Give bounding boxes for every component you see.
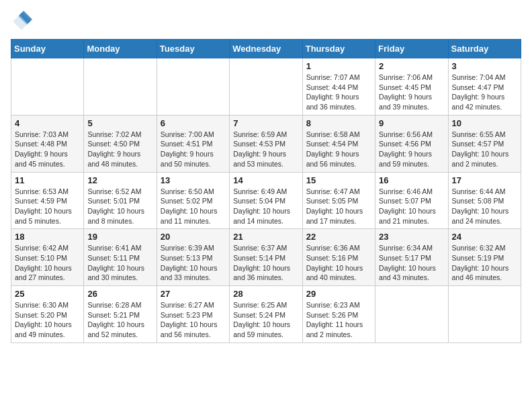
day-number: 4	[15, 118, 80, 128]
day-info: Sunrise: 6:37 AM Sunset: 5:14 PM Dayligh…	[233, 243, 298, 283]
calendar-cell: 22Sunrise: 6:36 AM Sunset: 5:16 PM Dayli…	[302, 229, 375, 286]
day-number: 15	[306, 175, 371, 185]
day-number: 20	[161, 232, 226, 242]
day-number: 14	[233, 175, 298, 185]
weekday-header: Saturday	[448, 40, 521, 58]
day-number: 17	[452, 175, 517, 185]
day-number: 1	[306, 61, 371, 71]
calendar-cell	[11, 58, 84, 116]
day-info: Sunrise: 6:30 AM Sunset: 5:20 PM Dayligh…	[15, 300, 80, 340]
day-info: Sunrise: 6:39 AM Sunset: 5:13 PM Dayligh…	[161, 243, 226, 283]
calendar-cell: 6Sunrise: 7:00 AM Sunset: 4:51 PM Daylig…	[157, 115, 229, 172]
day-info: Sunrise: 7:00 AM Sunset: 4:51 PM Dayligh…	[161, 130, 226, 169]
day-number: 5	[87, 118, 152, 128]
calendar-cell: 24Sunrise: 6:32 AM Sunset: 5:19 PM Dayli…	[448, 229, 521, 286]
calendar-cell	[448, 286, 521, 343]
day-number: 9	[379, 118, 444, 128]
calendar-cell	[157, 58, 229, 116]
calendar-cell: 29Sunrise: 6:23 AM Sunset: 5:26 PM Dayli…	[302, 286, 375, 343]
calendar-cell: 17Sunrise: 6:44 AM Sunset: 5:08 PM Dayli…	[448, 172, 521, 229]
calendar-cell: 23Sunrise: 6:34 AM Sunset: 5:17 PM Dayli…	[375, 229, 448, 286]
day-info: Sunrise: 6:34 AM Sunset: 5:17 PM Dayligh…	[379, 243, 444, 283]
day-number: 26	[87, 289, 152, 299]
day-info: Sunrise: 6:41 AM Sunset: 5:11 PM Dayligh…	[87, 243, 152, 283]
day-info: Sunrise: 6:49 AM Sunset: 5:04 PM Dayligh…	[233, 187, 298, 226]
calendar-cell: 4Sunrise: 7:03 AM Sunset: 4:48 PM Daylig…	[11, 115, 84, 172]
day-info: Sunrise: 6:28 AM Sunset: 5:21 PM Dayligh…	[87, 300, 152, 340]
calendar-cell: 9Sunrise: 6:56 AM Sunset: 4:56 PM Daylig…	[375, 115, 448, 172]
calendar-cell: 7Sunrise: 6:59 AM Sunset: 4:53 PM Daylig…	[230, 115, 302, 172]
day-info: Sunrise: 7:03 AM Sunset: 4:48 PM Dayligh…	[15, 130, 80, 169]
weekday-header: Friday	[375, 40, 448, 58]
day-info: Sunrise: 7:06 AM Sunset: 4:45 PM Dayligh…	[379, 73, 444, 112]
calendar-cell: 14Sunrise: 6:49 AM Sunset: 5:04 PM Dayli…	[230, 172, 302, 229]
day-number: 28	[233, 289, 298, 299]
calendar-table: SundayMondayTuesdayWednesdayThursdayFrid…	[11, 39, 521, 343]
day-number: 21	[233, 232, 298, 242]
calendar-cell: 13Sunrise: 6:50 AM Sunset: 5:02 PM Dayli…	[157, 172, 229, 229]
calendar-cell: 19Sunrise: 6:41 AM Sunset: 5:11 PM Dayli…	[84, 229, 157, 286]
calendar-cell: 10Sunrise: 6:55 AM Sunset: 4:57 PM Dayli…	[448, 115, 521, 172]
calendar-cell: 18Sunrise: 6:42 AM Sunset: 5:10 PM Dayli…	[11, 229, 84, 286]
day-number: 24	[452, 232, 517, 242]
day-number: 23	[379, 232, 444, 242]
day-number: 13	[161, 175, 226, 185]
calendar-cell: 16Sunrise: 6:46 AM Sunset: 5:07 PM Dayli…	[375, 172, 448, 229]
day-info: Sunrise: 6:36 AM Sunset: 5:16 PM Dayligh…	[306, 243, 371, 283]
day-number: 27	[161, 289, 226, 299]
day-info: Sunrise: 6:46 AM Sunset: 5:07 PM Dayligh…	[379, 187, 444, 226]
day-info: Sunrise: 6:50 AM Sunset: 5:02 PM Dayligh…	[161, 187, 226, 226]
day-number: 29	[306, 289, 371, 299]
day-info: Sunrise: 6:52 AM Sunset: 5:01 PM Dayligh…	[87, 187, 152, 226]
day-info: Sunrise: 6:56 AM Sunset: 4:56 PM Dayligh…	[379, 130, 444, 169]
logo	[11, 11, 35, 32]
calendar-cell: 20Sunrise: 6:39 AM Sunset: 5:13 PM Dayli…	[157, 229, 229, 286]
weekday-header: Tuesday	[157, 40, 229, 58]
day-number: 7	[233, 118, 298, 128]
calendar-cell: 25Sunrise: 6:30 AM Sunset: 5:20 PM Dayli…	[11, 286, 84, 343]
day-info: Sunrise: 6:47 AM Sunset: 5:05 PM Dayligh…	[306, 187, 371, 226]
day-number: 18	[15, 232, 80, 242]
page-header	[11, 11, 521, 32]
calendar-cell	[230, 58, 302, 116]
calendar-cell: 2Sunrise: 7:06 AM Sunset: 4:45 PM Daylig…	[375, 58, 448, 116]
weekday-header: Wednesday	[230, 40, 302, 58]
day-info: Sunrise: 6:44 AM Sunset: 5:08 PM Dayligh…	[452, 187, 517, 226]
calendar-cell: 15Sunrise: 6:47 AM Sunset: 5:05 PM Dayli…	[302, 172, 375, 229]
weekday-header: Thursday	[302, 40, 375, 58]
day-info: Sunrise: 7:07 AM Sunset: 4:44 PM Dayligh…	[306, 73, 371, 112]
day-number: 25	[15, 289, 80, 299]
day-info: Sunrise: 6:58 AM Sunset: 4:54 PM Dayligh…	[306, 130, 371, 169]
calendar-cell: 26Sunrise: 6:28 AM Sunset: 5:21 PM Dayli…	[84, 286, 157, 343]
calendar-cell: 5Sunrise: 7:02 AM Sunset: 4:50 PM Daylig…	[84, 115, 157, 172]
weekday-header: Sunday	[11, 40, 84, 58]
calendar-cell: 11Sunrise: 6:53 AM Sunset: 4:59 PM Dayli…	[11, 172, 84, 229]
calendar-cell: 28Sunrise: 6:25 AM Sunset: 5:24 PM Dayli…	[230, 286, 302, 343]
day-number: 6	[161, 118, 226, 128]
weekday-header: Monday	[84, 40, 157, 58]
calendar-week: 1Sunrise: 7:07 AM Sunset: 4:44 PM Daylig…	[11, 58, 521, 116]
day-info: Sunrise: 6:23 AM Sunset: 5:26 PM Dayligh…	[306, 300, 371, 340]
day-info: Sunrise: 6:27 AM Sunset: 5:23 PM Dayligh…	[161, 300, 226, 340]
day-info: Sunrise: 6:53 AM Sunset: 4:59 PM Dayligh…	[15, 187, 80, 226]
calendar-cell: 3Sunrise: 7:04 AM Sunset: 4:47 PM Daylig…	[448, 58, 521, 116]
calendar-week: 4Sunrise: 7:03 AM Sunset: 4:48 PM Daylig…	[11, 115, 521, 172]
calendar-cell: 12Sunrise: 6:52 AM Sunset: 5:01 PM Dayli…	[84, 172, 157, 229]
calendar-body: 1Sunrise: 7:07 AM Sunset: 4:44 PM Daylig…	[11, 58, 521, 343]
calendar-cell: 27Sunrise: 6:27 AM Sunset: 5:23 PM Dayli…	[157, 286, 229, 343]
day-info: Sunrise: 6:32 AM Sunset: 5:19 PM Dayligh…	[452, 243, 517, 283]
calendar-header: SundayMondayTuesdayWednesdayThursdayFrid…	[11, 40, 521, 58]
calendar-cell: 21Sunrise: 6:37 AM Sunset: 5:14 PM Dayli…	[230, 229, 302, 286]
day-number: 11	[15, 175, 80, 185]
day-info: Sunrise: 6:55 AM Sunset: 4:57 PM Dayligh…	[452, 130, 517, 169]
day-number: 3	[452, 61, 517, 71]
calendar-week: 11Sunrise: 6:53 AM Sunset: 4:59 PM Dayli…	[11, 172, 521, 229]
calendar-week: 25Sunrise: 6:30 AM Sunset: 5:20 PM Dayli…	[11, 286, 521, 343]
day-number: 22	[306, 232, 371, 242]
day-info: Sunrise: 6:25 AM Sunset: 5:24 PM Dayligh…	[233, 300, 298, 340]
day-number: 10	[452, 118, 517, 128]
day-info: Sunrise: 7:04 AM Sunset: 4:47 PM Dayligh…	[452, 73, 517, 112]
day-number: 12	[87, 175, 152, 185]
calendar-week: 18Sunrise: 6:42 AM Sunset: 5:10 PM Dayli…	[11, 229, 521, 286]
day-number: 19	[87, 232, 152, 242]
